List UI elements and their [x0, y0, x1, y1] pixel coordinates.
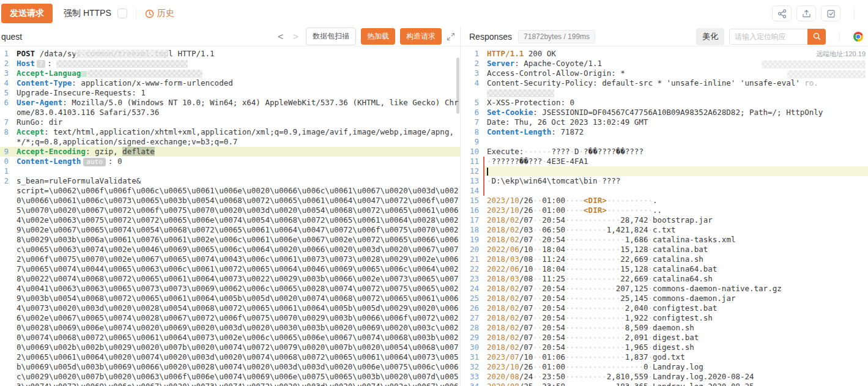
line-content[interactable]: Host?: [13, 59, 460, 69]
code-token: ·· [533, 225, 542, 234]
code-token: 2018/02 [487, 333, 519, 342]
line-content[interactable]: ·D:\ekp\win64\tomcat\bin·???? [483, 176, 868, 186]
code-token: ············ [565, 264, 620, 273]
line-content[interactable]: s_bean=ruleFormulaValidate& script=\u006… [13, 176, 460, 386]
hot-reload-button[interactable]: 热加载 [361, 28, 395, 45]
request-panel-title: quest [1, 32, 22, 42]
line-content[interactable] [483, 137, 868, 147]
code-line: 322023/10/26··01:00·················0·La… [461, 362, 868, 372]
line-content[interactable]: Accept: text/html,application/xhtml+xml,… [13, 127, 460, 147]
chrome-icon[interactable] [853, 32, 863, 42]
line-content[interactable]: 2018/02/07··20:54·············1,965·dige… [483, 343, 868, 352]
code-token: 1,965 [625, 343, 648, 352]
line-content[interactable]: ·??????��???·4E3E-4FA1 [483, 157, 868, 166]
line-content[interactable]: 2018/02/07··20:54············28,742·boot… [483, 215, 868, 225]
line-content[interactable]: Content-Lengthauto: 0 [13, 157, 460, 166]
search-input[interactable] [729, 29, 807, 45]
line-content[interactable]: Content-Type: application/x-www-form-url… [13, 78, 460, 88]
code-token: ·· [533, 294, 542, 303]
next-request-button[interactable]: > [291, 31, 301, 42]
code-token: ·· [533, 303, 542, 313]
toolbar-right-icons [772, 6, 863, 21]
code-token: ??????��??? [492, 157, 543, 166]
line-content[interactable]: RunGo: dir [13, 117, 460, 127]
code-token: 2020/08 [487, 382, 519, 386]
request-editor[interactable]: 1POST /data/sys-common/treexml.tmpl HTTP… [0, 46, 460, 386]
line-content[interactable] [483, 186, 868, 196]
line-content[interactable]: 2018/03/08··11:24············22,669·cata… [483, 254, 868, 264]
line-content[interactable]: 2022/06/10··18:04············15,128·cata… [483, 245, 868, 254]
line-content[interactable]: X-XSS-Protection: 0 [483, 98, 868, 108]
line-content[interactable]: 2020/08/25··23:58···········183,365·Land… [483, 382, 868, 386]
line-content[interactable]: 2018/02/07··20:54·············2,091·dige… [483, 333, 868, 343]
host-hint-badge[interactable]: ? [37, 60, 45, 68]
code-token: Host [17, 59, 35, 68]
code-line: 6Set-Cookie: JSESSIONID=DF04567C47756A10… [461, 108, 868, 117]
line-number: 34 [461, 382, 479, 386]
line-content[interactable]: 2018/02/07··20:54············25,145·comm… [483, 294, 868, 303]
line-content[interactable]: 2018/02/07··20:54·············8,509·daem… [483, 323, 868, 333]
code-token: s_bean=ruleFormulaValidate& script=\u006… [17, 176, 458, 386]
line-content[interactable]: Content-Security-Policy: default-src * '… [483, 78, 868, 98]
code-token: ·· [533, 245, 542, 254]
line-content[interactable]: Content-Length: 71872 [483, 127, 868, 137]
response-panel-title: Responses [469, 32, 512, 42]
packet-scan-button[interactable]: 数据包扫描 [306, 28, 356, 45]
line-content[interactable]: Date: Thu, 26 Oct 2023 13:02:49 GMT [483, 117, 868, 127]
line-content[interactable]: 2018/02/07··20:54·············1,686·cata… [483, 235, 868, 245]
build-request-button[interactable]: 构造请求 [400, 28, 442, 45]
top-toolbar: 发送请求 强制 HTTPS 历史 [0, 0, 868, 27]
line-content[interactable]: 2018/02/07··20:54·············2,040·conf… [483, 303, 868, 313]
mosaic-block [787, 70, 866, 78]
line-content[interactable]: User-Agent: Mozilla/5.0 (Windows NT 10.0… [13, 98, 460, 117]
code-token: 2018/03 [487, 274, 519, 283]
code-token: · [648, 294, 653, 303]
code-line: 10Execute:······????·D·?��????��???? [461, 147, 868, 157]
line-content[interactable]: 2020/08/24··23:50·········2,810,559·Land… [483, 372, 868, 382]
line-content[interactable]: 2018/03/08··11:25············22,669·cata… [483, 274, 868, 284]
toolbar-divider [136, 9, 136, 18]
send-request-button[interactable]: 发送请求 [1, 4, 53, 23]
response-viewer[interactable]: 远端地址:120.19 1HTTP/1.1 200 OK2Server: Apa… [461, 46, 868, 386]
code-line: 272018/02/07··20:54·············1,922·co… [461, 313, 868, 323]
code-token: 8,509 [625, 323, 648, 332]
code-token: : JSESSIONID=DF04567C47756A10B09A98352A6… [533, 108, 823, 117]
line-content[interactable]: 2023/10/26··01:00····<DIR>··········. [483, 196, 868, 206]
line-content[interactable]: 2022/06/10··18:04············15,128·cata… [483, 264, 868, 274]
line-content[interactable]: Accept-Languag [13, 69, 460, 78]
line-content[interactable]: Execute:······????·D·?��????��???? [483, 147, 868, 157]
beautify-button[interactable]: 美化 [696, 28, 724, 45]
mosaic-block [75, 50, 168, 58]
prev-request-button[interactable]: < [275, 31, 286, 42]
check-square-icon [826, 9, 836, 18]
expand-icon[interactable] [447, 32, 455, 41]
line-content[interactable]: 2018/02/07··20:54·············1,922·conf… [483, 313, 868, 323]
line-content[interactable] [483, 166, 868, 176]
export-button[interactable] [796, 6, 816, 21]
code-token: /07 [519, 284, 533, 293]
history-button[interactable]: 历史 [145, 8, 174, 19]
select-check-button[interactable] [821, 6, 840, 21]
line-content[interactable]: Upgrade-Insecure-Requests: 1 [13, 88, 460, 98]
line-content[interactable]: 2018/02/03··06:50·········1,421,824·c.tx… [483, 225, 868, 235]
line-number: 9 [461, 137, 479, 147]
line-content[interactable]: Accept-Encoding: gzip, deflate [13, 147, 460, 157]
code-line: 14 [461, 186, 868, 196]
code-line: 0Content-Lengthauto: 0 [0, 157, 460, 166]
share-button[interactable] [772, 6, 792, 21]
code-token: ··········· [565, 284, 616, 293]
force-https-checkbox[interactable] [117, 9, 127, 18]
code-token: · [648, 343, 653, 352]
line-content[interactable]: 2018/02/07··20:54···········207,125·comm… [483, 284, 868, 294]
line-content[interactable]: 2023/10/26··01:00·················0·Land… [483, 362, 868, 372]
line-content[interactable]: Set-Cookie: JSESSIONID=DF04567C47756A10B… [483, 108, 868, 117]
line-content[interactable]: 2023/07/10··01:06·············1,837·god.… [483, 352, 868, 362]
code-token: .. [653, 206, 662, 215]
line-content[interactable]: POST /data/sys-common/treexml.tmpl HTTP/… [13, 49, 460, 59]
line-content[interactable] [13, 166, 460, 176]
search-button[interactable] [807, 29, 826, 45]
code-token: catalina.sh [653, 254, 703, 264]
code-token: ············· [565, 343, 625, 352]
code-token: /10 [519, 352, 533, 362]
line-content[interactable]: 2023/10/26··01:00····<DIR>··········.. [483, 206, 868, 215]
